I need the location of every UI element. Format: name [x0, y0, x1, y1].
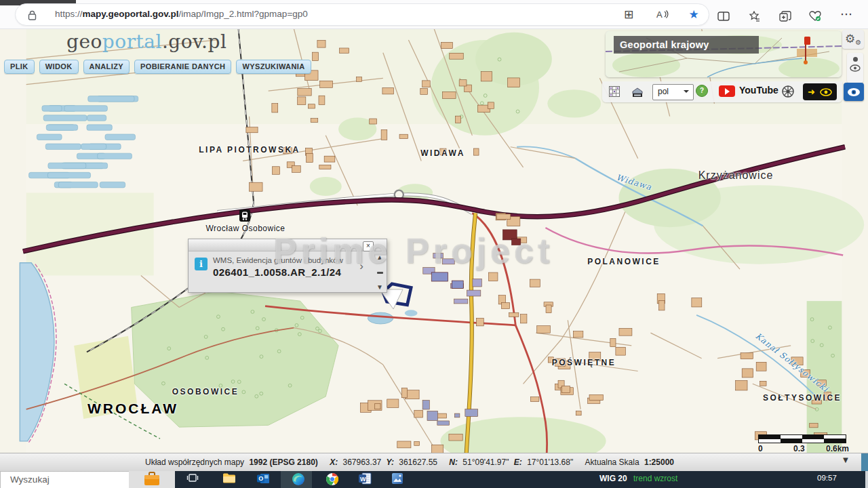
scale-bar: 0 0.3 0.6km	[758, 434, 850, 453]
address-bar[interactable]: https://mapy.geoportal.gov.pl/imap/Imgp_…	[15, 3, 709, 26]
label-widawa-town: WIDAWA	[420, 148, 465, 158]
map-toolbar: pol ? YouTube ➜	[602, 81, 842, 102]
n-label: N:	[449, 458, 458, 467]
yellow-arrow-icon: ➜	[808, 87, 815, 97]
status-text: Układ współrzędnych mapy 1992 (EPSG 2180…	[145, 458, 674, 467]
chrome-icon[interactable]	[324, 472, 340, 488]
tab-groups-icon[interactable]	[777, 8, 793, 24]
e-value: 17°01'13.68"	[527, 458, 573, 467]
svg-text:O: O	[258, 475, 263, 482]
map-composition-title[interactable]: Geoportal krajowy	[614, 36, 759, 54]
collapse-panel-icon[interactable]: ▼	[835, 455, 856, 467]
label-polanowice: POLANOWICE	[587, 257, 660, 266]
help-icon[interactable]: ?	[696, 85, 708, 97]
main-menu: PLIK WIDOK ANALIZY POBIERANIE DANYCH WYS…	[4, 60, 311, 74]
favorites-star-icon[interactable]: ★	[686, 6, 702, 22]
menu-analizy[interactable]: ANALIZY	[83, 60, 130, 74]
windows-taskbar: Wyszukaj O W WIG 20 trend wzrost 09:57	[0, 471, 868, 488]
read-aloud-icon[interactable]: A	[654, 6, 671, 22]
logo-suffix: .gov.pl	[162, 30, 226, 53]
show-desktop-button[interactable]	[865, 471, 868, 488]
url-scheme: https://	[55, 9, 83, 19]
menu-widok[interactable]: WIDOK	[39, 60, 79, 74]
crs-label: Układ współrzędnych mapy	[145, 458, 244, 467]
task-view-icon[interactable]	[184, 472, 201, 488]
taskbar-app-briefcase[interactable]	[129, 471, 175, 488]
stock-trend-text[interactable]: trend wzrost	[633, 474, 677, 483]
taskbar-search-input[interactable]: Wyszukaj	[0, 471, 130, 488]
svg-text:A: A	[656, 9, 663, 19]
result-grid-icon[interactable]	[609, 86, 620, 97]
dot-icon[interactable]	[853, 57, 858, 62]
train-station-icon	[239, 209, 250, 222]
watermark: Prime Project	[273, 230, 553, 271]
label-lipa-piotrowska: LIPA PIOTROWSKA	[199, 145, 300, 155]
photos-icon[interactable]	[389, 472, 406, 488]
file-explorer-icon[interactable]	[221, 472, 237, 488]
lock-icon[interactable]	[24, 7, 40, 23]
e-label: E:	[514, 458, 522, 467]
y-label: Y:	[387, 458, 394, 467]
eye-icon	[847, 87, 861, 97]
language-value: pol	[658, 87, 669, 96]
edge-browser-icon[interactable]	[290, 472, 307, 488]
label-wroclaw: WROCŁAW	[87, 401, 178, 417]
small-eye-icon[interactable]	[850, 64, 861, 72]
browser-essentials-icon[interactable]	[807, 8, 823, 24]
map-status-bar: Układ współrzędnych mapy 1992 (EPSG 2180…	[0, 453, 868, 472]
taskbar-clock[interactable]: 09:57	[817, 474, 837, 482]
scale-tick-06km: 0.6km	[826, 444, 849, 453]
gear-glyph: ⚙	[845, 33, 855, 45]
menu-pobieranie-danych[interactable]: POBIERANIE DANYCH	[134, 60, 231, 74]
menu-plik[interactable]: PLIK	[4, 60, 35, 74]
contrast-toggle[interactable]: ➜	[803, 83, 837, 100]
wheel-icon[interactable]	[781, 85, 795, 98]
layers-building-icon[interactable]	[631, 85, 644, 98]
url-path: /imap/Imgp_2.html?gpmap=gp0	[179, 9, 308, 19]
scroll-thumb[interactable]	[377, 272, 383, 274]
y-value: 361627.55	[399, 458, 437, 467]
scale-value: 1:25000	[644, 458, 674, 467]
yellow-eye-icon	[820, 88, 832, 96]
visibility-eye-button[interactable]	[844, 83, 864, 101]
menu-wyszukiwania[interactable]: WYSZUKIWANIA	[236, 60, 311, 74]
outlook-icon[interactable]: O	[255, 472, 271, 488]
info-icon: i	[195, 258, 208, 270]
language-select[interactable]: pol	[652, 84, 694, 100]
side-mini-toolbar	[847, 53, 863, 83]
gear-small-glyph: ⚙	[855, 39, 861, 46]
browser-more-icon[interactable]: ⋯	[838, 6, 854, 22]
scale-tick-03: 0.3	[793, 444, 805, 453]
url-text[interactable]: https://mapy.geoportal.gov.pl/imap/Imgp_…	[55, 9, 308, 19]
gear-icon[interactable]: ⚙⚙	[842, 30, 864, 49]
youtube-label[interactable]: YouTube	[739, 85, 778, 96]
label-krzyzanowice: Krzyżanowice	[698, 169, 774, 182]
logo-portal: portal	[102, 30, 162, 53]
url-host: mapy.geoportal.gov.pl	[83, 9, 179, 19]
x-value: 367963.37	[343, 458, 382, 467]
search-placeholder: Wyszukaj	[10, 474, 50, 485]
n-value: 51°09'41.97"	[462, 458, 509, 467]
stock-index-name[interactable]: WIG 20	[599, 474, 627, 483]
split-screen-icon[interactable]	[715, 8, 732, 24]
x-label: X:	[330, 458, 338, 467]
briefcase-icon	[143, 471, 161, 486]
youtube-play-icon[interactable]	[719, 85, 735, 97]
label-poswietne: POŚWIĘTNE	[552, 358, 616, 367]
logo-geo: geo	[66, 30, 102, 53]
workspaces-icon[interactable]: ⊞	[620, 6, 637, 22]
crs-value: 1992 (EPSG 2180)	[249, 458, 317, 467]
status-corner-widget	[861, 453, 868, 472]
collections-icon[interactable]	[746, 8, 762, 24]
geoportal-logo[interactable]: geoportal.gov.pl	[66, 30, 226, 53]
label-soltysowice: SOŁTYSOWICE	[763, 393, 842, 403]
word-icon[interactable]: W	[357, 472, 373, 488]
svg-text:W: W	[360, 476, 366, 483]
scale-tick-0: 0	[758, 444, 763, 453]
scroll-down-icon[interactable]: ▼	[376, 284, 383, 291]
label-osobowice: OSOBOWICE	[172, 387, 239, 396]
scale-label: Aktualna Skala	[585, 458, 639, 467]
